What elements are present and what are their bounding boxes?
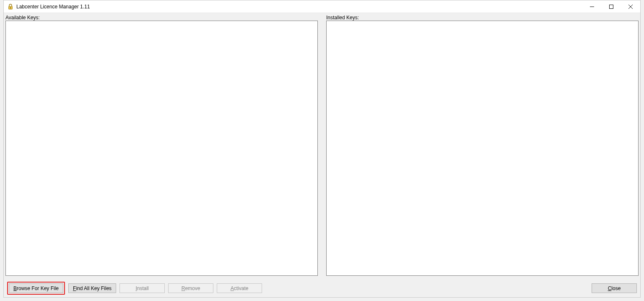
- close-icon: [628, 5, 633, 9]
- titlebar: Labcenter Licence Manager 1.11: [4, 0, 640, 13]
- installed-keys-label: Installed Keys:: [326, 15, 639, 21]
- activate-button: Activate: [217, 283, 262, 293]
- svg-rect-2: [10, 8, 11, 8]
- window-controls: [582, 0, 640, 13]
- svg-rect-4: [610, 5, 613, 8]
- panes-row: Available Keys: Installed Keys:: [5, 15, 639, 276]
- find-all-key-files-button[interactable]: Find All Key Files: [68, 283, 116, 293]
- minimize-icon: [590, 5, 594, 9]
- available-keys-list[interactable]: [5, 21, 318, 276]
- maximize-button[interactable]: [602, 0, 621, 13]
- annotation-highlight: Browse For Key File: [7, 282, 65, 295]
- lock-icon: [7, 3, 14, 10]
- available-keys-label: Available Keys:: [5, 15, 318, 21]
- remove-button: Remove: [168, 283, 213, 293]
- client-area: Available Keys: Installed Keys: Browse F…: [4, 13, 640, 297]
- close-window-button[interactable]: [621, 0, 640, 13]
- minimize-button[interactable]: [582, 0, 602, 13]
- maximize-icon: [609, 5, 613, 9]
- button-row: Browse For Key File Find All Key Files I…: [5, 282, 639, 295]
- browse-for-key-file-button[interactable]: Browse For Key File: [9, 283, 63, 293]
- install-button: Install: [119, 283, 165, 293]
- installed-keys-list[interactable]: [326, 21, 639, 276]
- app-window: Labcenter Licence Manager 1.11 Available…: [3, 0, 641, 298]
- close-button[interactable]: Close: [592, 283, 637, 293]
- window-title: Labcenter Licence Manager 1.11: [16, 4, 90, 10]
